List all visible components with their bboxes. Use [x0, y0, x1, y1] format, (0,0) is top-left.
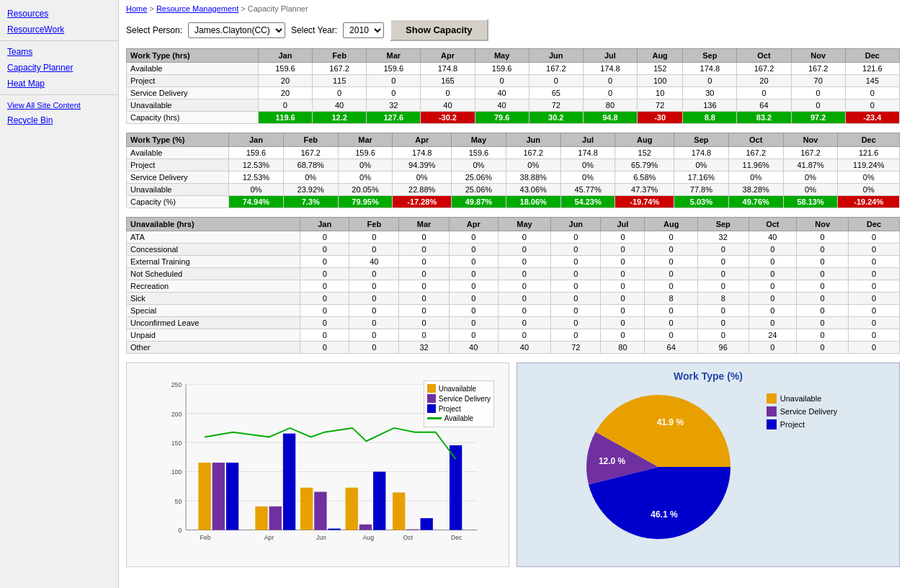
table-row: Other0032404072806496000	[127, 342, 900, 354]
pie-label-Service Delivery: 12.0 %	[599, 456, 626, 466]
bar-aug-service	[359, 525, 372, 530]
bar-dec-project	[450, 445, 462, 530]
table-row: Project12.53%68.78%0%94.39%0%0%0%65.79%0…	[127, 159, 900, 172]
legend-service-delivery: Service Delivery	[427, 394, 491, 403]
bar-apr-project	[283, 434, 295, 530]
unavailable-hrs-table: Unavailable (hrs) JanFebMar AprMayJun Ju…	[126, 217, 900, 354]
table-row: Unavailable0%23.92%20.05%22.88%25.06%43.…	[127, 184, 900, 196]
pie-legend-service-box	[767, 406, 777, 416]
legend-available-label: Available	[444, 414, 473, 422]
pie-legend-unavailable: Unavailable	[767, 393, 837, 404]
svg-text:Apr: Apr	[264, 534, 274, 541]
svg-text:0: 0	[178, 527, 182, 534]
legend-available: Available	[427, 414, 491, 422]
bar-chart-legend: Unavailable Service Delivery Project Ava…	[424, 380, 494, 427]
wth-jul: Jul	[583, 49, 637, 63]
table-row: Unpaid0000000002400	[127, 329, 900, 342]
work-type-pct-table: Work Type (%) JanFebMar AprMayJun JulAug…	[126, 133, 900, 208]
table-row: Concessional000000000000	[127, 244, 900, 256]
legend-service-delivery-box	[427, 394, 436, 403]
legend-unavailable: Unavailable	[427, 384, 491, 393]
table-row: ATA00000000324000	[127, 231, 900, 244]
person-select[interactable]: James.Clayton(CC)	[188, 22, 285, 38]
pie-legend-project: Project	[767, 419, 837, 429]
resourcework-link[interactable]: ResourceWork	[0, 22, 118, 37]
table-row: Available159.6167.2159.6174.8159.6167.21…	[127, 147, 900, 159]
wth-nov: Nov	[791, 49, 845, 63]
breadcrumb-home[interactable]: Home	[126, 4, 147, 13]
work-type-hrs-table: Work Type (hrs) Jan Feb Mar Apr May Jun …	[126, 48, 900, 124]
pie-legend-unavailable-box	[767, 393, 777, 404]
select-year-label: Select Year:	[291, 25, 337, 35]
legend-unavailable-label: Unavailable	[439, 385, 476, 393]
svg-text:Oct: Oct	[403, 534, 413, 541]
table-row: Sick000000088000	[127, 293, 900, 305]
bar-aug-project	[373, 472, 385, 530]
table-row: Capacity (hrs)119.612.2127.6-30.279.630.…	[127, 112, 900, 124]
pie-legend-unavailable-label: Unavailable	[780, 394, 821, 403]
capacity-planner-link[interactable]: Capacity Planner	[0, 60, 118, 76]
bar-oct-service	[406, 530, 419, 530]
svg-text:200: 200	[171, 411, 182, 418]
bar-apr-unavailable	[255, 507, 267, 530]
show-capacity-button[interactable]: Show Capacity	[390, 19, 488, 41]
table-row: Special000000000000	[127, 305, 900, 317]
svg-text:Jun: Jun	[316, 534, 326, 541]
bar-feb-project	[226, 463, 238, 530]
legend-project-label: Project	[439, 405, 461, 413]
resources-link[interactable]: Resources	[0, 6, 118, 22]
table-row: Capacity (%)74.94%7.3%79.95%-17.28%49.87…	[127, 196, 900, 208]
pie-legend-project-box	[767, 419, 777, 429]
available-line	[205, 428, 456, 459]
bar-chart-container: 0 50 100 150 200 250	[126, 362, 509, 567]
svg-text:50: 50	[175, 498, 182, 505]
pie-legend-service-label: Service Delivery	[780, 407, 837, 416]
table-row: Available159.6167.2159.6174.8159.6167.21…	[127, 63, 900, 75]
recycle-bin-link[interactable]: Recycle Bin	[0, 112, 118, 128]
table-row: Not Scheduled000000000000	[127, 268, 900, 280]
table-row: Project20115016500010002070145	[127, 75, 900, 87]
bar-feb-service	[213, 463, 225, 530]
wth-may: May	[475, 49, 529, 63]
controls-bar: Select Person: James.Clayton(CC) Select …	[126, 19, 900, 41]
heat-map-link[interactable]: Heat Map	[0, 76, 118, 92]
table-row: Service Delivery20000406501030000	[127, 87, 900, 99]
legend-project-box	[427, 404, 436, 413]
teams-link[interactable]: Teams	[0, 44, 118, 60]
bar-feb-unavailable	[198, 463, 210, 530]
svg-text:100: 100	[171, 468, 182, 476]
wth-oct: Oct	[737, 49, 791, 63]
wth-jun: Jun	[529, 49, 583, 63]
pie-chart-title: Work Type (%)	[674, 370, 743, 382]
pie-legend-service: Service Delivery	[767, 406, 837, 416]
bar-jun-service	[314, 492, 326, 530]
wth-mar: Mar	[367, 49, 421, 63]
wth-dec: Dec	[845, 49, 899, 63]
bar-jun-unavailable	[300, 488, 313, 530]
svg-text:250: 250	[171, 381, 182, 388]
wth-apr: Apr	[421, 49, 475, 63]
bar-oct-unavailable	[393, 492, 405, 530]
table-row: Service Delivery12.53%0%0%0%25.06%38.88%…	[127, 172, 900, 184]
sidebar: Resources ResourceWork Teams Capacity Pl…	[0, 0, 119, 571]
year-select[interactable]: 2010	[343, 22, 384, 38]
bar-oct-project	[421, 518, 433, 530]
wth-aug: Aug	[638, 49, 683, 63]
wth-sep: Sep	[683, 49, 737, 63]
breadcrumb: Home > Resource Management > Capacity Pl…	[126, 4, 900, 13]
svg-text:Feb: Feb	[200, 534, 211, 541]
svg-text:Dec: Dec	[451, 534, 463, 541]
breadcrumb-resource-management[interactable]: Resource Management	[156, 4, 238, 13]
pie-chart-svg: 46.1 %12.0 %41.9 %	[579, 388, 738, 546]
table-row: Unavailable0403240407280721366400	[127, 99, 900, 112]
legend-service-delivery-label: Service Delivery	[439, 395, 491, 403]
charts-area: 0 50 100 150 200 250	[126, 362, 900, 567]
pie-legend-project-label: Project	[780, 420, 805, 429]
pie-chart-container: Work Type (%) 46.1 %12.0 %41.9 % Unavail…	[517, 362, 900, 567]
select-person-label: Select Person:	[126, 25, 182, 35]
breadcrumb-capacity-planner: Capacity Planner	[248, 4, 308, 13]
wtp-header: Work Type (%)	[127, 133, 229, 147]
pie-label-Project: 46.1 %	[651, 509, 678, 520]
table-row: Unconfirmed Leave000000000000	[127, 317, 900, 329]
view-all-site-content-link[interactable]: View All Site Content	[0, 98, 118, 112]
